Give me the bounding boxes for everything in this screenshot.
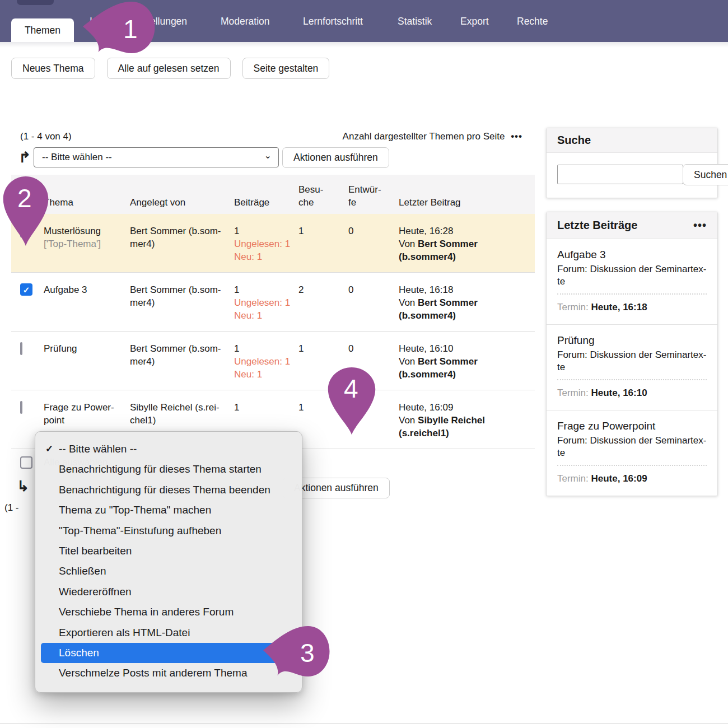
- marker-number: 3: [300, 638, 315, 668]
- table-header: Thema Angelegt von Beiträge Besu- che En…: [11, 175, 535, 214]
- recent-post-title[interactable]: Aufgabe 3: [557, 249, 707, 261]
- table-row: ✓ Aufgabe 3 Bert Sommer (b.som- mer4) 1 …: [11, 272, 535, 331]
- marker-number: 4: [344, 374, 358, 404]
- visits-count: 2: [298, 283, 348, 322]
- tab-export[interactable]: Export: [460, 15, 489, 27]
- menu-item-titel-bearbeiten[interactable]: Titel bearbeiten: [35, 541, 302, 561]
- chevron-down-icon: ⌄: [264, 146, 272, 165]
- forum-admin-page: Themen Info Einstellungen Moderation Ler…: [0, 0, 728, 728]
- per-page-label: Anzahl dargestellter Themen pro Seite: [343, 131, 505, 142]
- checkmark-icon: ✓: [45, 439, 53, 459]
- new-count: Neu: 1: [234, 368, 298, 381]
- last-post-time: Heute, 16:18: [399, 283, 535, 296]
- recent-post-title[interactable]: Frage zu Powerpoint: [557, 420, 707, 432]
- new-count: Neu: 1: [234, 309, 298, 322]
- termin-value: Heute, 16:09: [591, 473, 647, 484]
- termin-value: Heute, 16:18: [591, 302, 647, 312]
- tab-themen-label: Themen: [25, 25, 60, 36]
- tab-statistik[interactable]: Statistik: [398, 15, 432, 27]
- per-page-menu-icon[interactable]: •••: [511, 131, 522, 142]
- new-count: Neu: 1: [234, 250, 298, 263]
- table-row: Prüfung Bert Sommer (b.som- mer4) 1 Unge…: [11, 331, 535, 390]
- apply-actions-button-top[interactable]: Aktionen ausführen: [282, 147, 389, 168]
- topic-title[interactable]: Prüfung: [44, 342, 130, 381]
- action-dropdown-menu: ✓-- Bitte wählen -- Benachrichtigung für…: [35, 431, 302, 693]
- topic-title[interactable]: Aufgabe 3: [44, 283, 130, 322]
- pin-left-icon: [263, 626, 330, 676]
- unread-count: Ungelesen: 1: [234, 355, 298, 368]
- recent-post-entry: Frage zu Powerpoint Forum: Diskussion de…: [547, 410, 717, 496]
- mark-all-read-button[interactable]: Alle auf gelesen setzen: [107, 58, 231, 79]
- panel-menu-icon[interactable]: •••: [693, 219, 707, 232]
- tab-moderation[interactable]: Moderation: [221, 15, 270, 27]
- design-page-button[interactable]: Seite gestalten: [242, 58, 330, 79]
- topic-author: Bert Sommer (b.som- mer4): [130, 342, 234, 381]
- header-drafts[interactable]: Entwür- fe: [348, 183, 399, 209]
- termin-label: Termin:: [557, 388, 589, 398]
- menu-item-top-thema-machen[interactable]: Thema zu "Top-Thema" machen: [35, 500, 302, 520]
- marker-number: 1: [123, 14, 138, 44]
- last-post-by-label: Von: [399, 239, 415, 249]
- last-post-by-label: Von: [399, 356, 415, 367]
- tab-themen[interactable]: Themen: [11, 18, 74, 42]
- result-range-bottom: (1 -: [4, 502, 19, 514]
- menu-item-benachrichtigung-beenden[interactable]: Benachrichtigung für dieses Thema beende…: [35, 480, 302, 500]
- action-select[interactable]: -- Bitte wählen -- ⌄: [34, 147, 279, 167]
- termin-label: Termin:: [557, 473, 589, 484]
- menu-item-verschieben[interactable]: Verschiebe Thema in anderes Forum: [35, 602, 302, 622]
- row-checkbox[interactable]: [20, 342, 22, 355]
- page-bottom-divider: [0, 723, 728, 724]
- select-all-checkbox[interactable]: [20, 456, 32, 469]
- search-panel: Suche Suchen: [546, 128, 718, 198]
- posts-count: 1: [234, 283, 298, 296]
- list-range-line: (1 - 4 von 4) Anzahl dargestellter Theme…: [11, 130, 535, 147]
- menu-item-exportieren[interactable]: Exportieren als HTML-Datei: [35, 623, 302, 643]
- last-post-by-label: Von: [399, 415, 415, 426]
- menu-item-schliessen[interactable]: Schließen: [35, 561, 302, 581]
- recent-posts-panel: Letzte Beiträge ••• Aufgabe 3 Forum: Dis…: [546, 212, 718, 496]
- search-button[interactable]: Suchen: [683, 164, 728, 185]
- toolbar: Neues Thema Alle auf gelesen setzen Seit…: [11, 58, 329, 79]
- topic-title[interactable]: Musterlösung: [44, 225, 130, 237]
- header-last-post[interactable]: Letzter Beitrag: [399, 196, 535, 209]
- row-checkbox[interactable]: [20, 401, 22, 414]
- menu-item-loeschen[interactable]: Löschen: [41, 643, 296, 663]
- search-input[interactable]: [557, 165, 683, 184]
- recent-post-forum: Forum: Diskussion der Seminartex- te: [557, 263, 707, 288]
- pin-left-icon: [83, 2, 156, 53]
- header-author[interactable]: Angelegt von: [130, 196, 234, 209]
- menu-item-benachrichtigung-starten[interactable]: Benachrichtigung für dieses Thema starte…: [35, 459, 302, 479]
- result-range: (1 - 4 von 4): [20, 131, 72, 142]
- header-posts[interactable]: Beiträge: [234, 196, 298, 209]
- posts-count: 1: [234, 225, 298, 237]
- checkmark-icon: ✓: [23, 283, 30, 296]
- recent-post-forum: Forum: Diskussion der Seminartex- te: [557, 349, 707, 374]
- menu-item-verschmelzen[interactable]: Verschmelze Posts mit anderem Thema: [35, 663, 302, 683]
- callout-marker-2: 2: [2, 176, 49, 247]
- header-topic[interactable]: Thema: [44, 196, 130, 209]
- menu-item-top-thema-aufheben[interactable]: "Top-Thema"-Einstufung aufheben: [35, 521, 302, 541]
- top-actions-row: ↱ -- Bitte wählen -- ⌄ Aktionen ausführe…: [11, 147, 535, 175]
- menu-item-bitte-waehlen[interactable]: ✓-- Bitte wählen --: [35, 439, 302, 459]
- header-visits[interactable]: Besu- che: [298, 183, 348, 209]
- topic-author: Bert Sommer (b.som- mer4): [130, 283, 234, 322]
- window-notch: [17, 0, 54, 5]
- termin-label: Termin:: [557, 302, 589, 312]
- row-checkbox-checked[interactable]: ✓: [20, 283, 32, 296]
- recent-post-forum: Forum: Diskussion der Seminartex- te: [557, 435, 707, 459]
- callout-marker-4: 4: [327, 367, 376, 436]
- action-select-value: -- Bitte wählen --: [42, 152, 112, 162]
- drafts-count: 0: [348, 225, 399, 263]
- topic-author: Bert Sommer (b.som- mer4): [130, 225, 234, 263]
- recent-post-entry: Aufgabe 3 Forum: Diskussion der Seminart…: [547, 239, 717, 324]
- termin-value: Heute, 16:10: [591, 388, 647, 398]
- apply-to-bottom-arrow-icon: ↳: [17, 478, 29, 495]
- last-post-by-label: Von: [399, 297, 415, 308]
- tab-rechte[interactable]: Rechte: [517, 15, 548, 27]
- menu-item-wiedereroeffnen[interactable]: Wiedereröffnen: [35, 582, 302, 602]
- unread-count: Ungelesen: 1: [234, 296, 298, 309]
- recent-post-title[interactable]: Prüfung: [557, 334, 707, 347]
- new-topic-button[interactable]: Neues Thema: [11, 58, 95, 79]
- tab-lernfortschritt[interactable]: Lernfortschritt: [303, 15, 363, 27]
- callout-marker-3: 3: [263, 626, 330, 676]
